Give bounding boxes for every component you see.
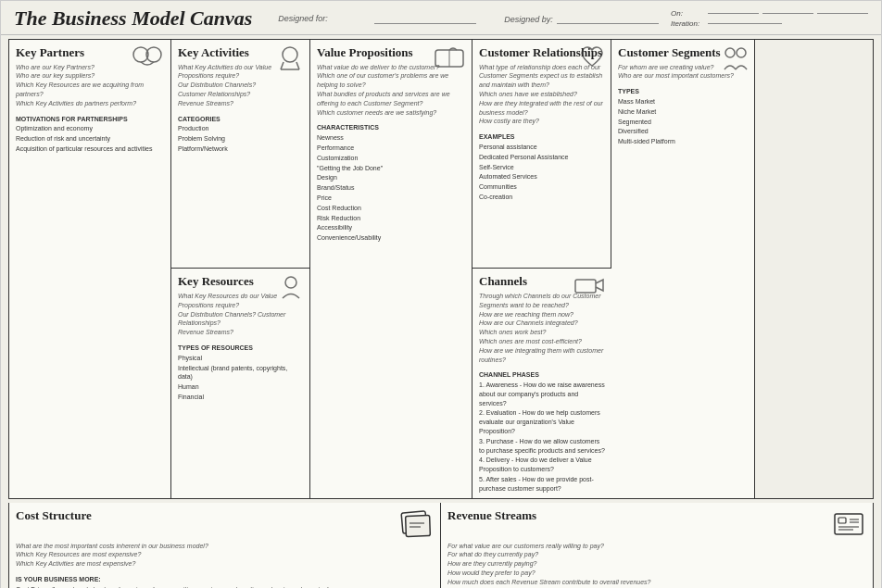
svg-rect-13	[406, 515, 431, 536]
header-fields: On: Iteration:	[671, 9, 868, 28]
key-activities-content: CATEGORIES Production Problem Solving Pl…	[178, 115, 303, 155]
channels-questions: Through which Channels do our Customer S…	[479, 292, 605, 364]
svg-rect-17	[838, 518, 846, 523]
svg-line-4	[296, 62, 299, 69]
value-props-content-10: Convenience/Usability	[317, 233, 465, 243]
svg-point-8	[725, 48, 735, 57]
customer-rel-content: EXAMPLES Personal assistance Dedicated P…	[479, 132, 604, 203]
channels-content-4: 5. After sales - How do we provide post-…	[479, 475, 605, 494]
value-props-content-3: "Getting the Job Done"	[317, 164, 465, 173]
key-resources-content-3: Financial	[178, 393, 303, 402]
cost-title: Cost Structure	[16, 508, 92, 523]
cost-questions: What are the most important costs inhere…	[16, 542, 434, 569]
customer-seg-content-2: Segmented	[618, 118, 748, 127]
value-props-content-7: Cost Reduction	[317, 204, 465, 213]
value-props-content-4: Design	[317, 173, 465, 182]
svg-point-2	[283, 47, 297, 62]
customer-seg-content-4: Multi-sided Platform	[618, 137, 748, 146]
bottom-section: Cost Structure What are the most importa…	[8, 503, 874, 588]
value-props-icon	[433, 45, 466, 77]
cell-key-activities: Key Activities What Key Activities do ou…	[171, 40, 310, 269]
channels-content-0: 1. Awareness - How do we raise awareness…	[479, 381, 605, 407]
svg-point-10	[285, 277, 296, 288]
value-props-content-9: Accessibility	[317, 223, 465, 232]
channels-content-2: 3. Purchase - How do we allow customers …	[479, 437, 605, 456]
value-props-characteristics-title: CHARACTERISTICS	[317, 123, 465, 132]
channels-icon	[573, 274, 606, 302]
key-partners-content-2: Acquisition of particular resources and …	[16, 144, 164, 154]
key-partners-motivation-title: MOTIVATIONS FOR PARTNERSHIPS	[16, 115, 164, 124]
customer-seg-types-title: TYPES	[618, 87, 748, 96]
cell-key-resources: Key Resources What Key Resources do our …	[171, 269, 310, 497]
key-resources-icon	[278, 274, 304, 306]
key-resources-types-title: TYPES OF RESOURCES	[178, 344, 303, 353]
key-activities-categories-title: CATEGORIES	[178, 115, 303, 124]
customer-rel-examples-title: EXAMPLES	[479, 132, 604, 142]
key-partners-content-0: Optimization and economy	[16, 124, 164, 133]
key-activities-content-2: Platform/Network	[178, 144, 303, 154]
customer-rel-content-4: Communities	[479, 182, 604, 192]
value-props-content-1: Performance	[317, 144, 465, 153]
key-resources-content-0: Physical	[178, 354, 303, 363]
value-props-content-5: Brand/Status	[317, 183, 465, 193]
customer-seg-content-3: Diversified	[618, 127, 748, 136]
customer-rel-content-3: Automated Services	[479, 172, 604, 181]
cell-channels: Channels Through which Channels do our C…	[472, 269, 611, 497]
cell-revenue-streams: Revenue Streams For what value are our c…	[441, 503, 873, 588]
key-partners-content: MOTIVATIONS FOR PARTNERSHIPS Optimizatio…	[16, 115, 164, 155]
svg-point-9	[737, 48, 746, 57]
header: The Business Model Canvas Designed for: …	[1, 1, 881, 35]
customer-rel-icon	[579, 45, 605, 75]
customer-seg-icon	[721, 45, 749, 77]
channels-content-1: 2. Evaluation - How do we help customers…	[479, 408, 605, 435]
value-props-content: CHARACTERISTICS Newness Performance Cust…	[317, 123, 465, 244]
value-props-content-0: Newness	[317, 133, 465, 143]
cost-content: IS YOUR BUSINESS MORE: Cost Driven (lean…	[16, 575, 434, 588]
svg-rect-16	[835, 514, 863, 534]
key-activities-icon	[276, 45, 304, 77]
page: The Business Model Canvas Designed for: …	[0, 0, 882, 588]
cell-value-propositions: Value Propositions What value do we deli…	[310, 40, 472, 498]
revenue-questions: For what value are our customers really …	[447, 542, 866, 587]
cost-is-title: IS YOUR BUSINESS MORE:	[16, 575, 434, 584]
svg-line-3	[281, 62, 284, 69]
customer-rel-content-1: Dedicated Personal Assistance	[479, 153, 604, 162]
cell-customer-segments: Customer Segments For whom are we creati…	[611, 40, 755, 498]
designed-by-label: Designed by:	[504, 15, 553, 24]
revenue-title: Revenue Streams	[447, 508, 536, 523]
customer-seg-content-1: Niche Market	[618, 107, 748, 117]
page-title: The Business Model Canvas	[14, 6, 252, 31]
canvas-body: Key Partners Who are our Key Partners? W…	[1, 35, 881, 588]
customer-rel-content-2: Self-Service	[479, 163, 604, 172]
key-partners-icon	[130, 45, 165, 77]
cell-key-partners: Key Partners Who are our Key Partners? W…	[9, 40, 171, 498]
cell-cost-structure: Cost Structure What are the most importa…	[9, 503, 441, 588]
designed-for-label: Designed for:	[278, 14, 371, 24]
channels-content-3: 4. Delivery - How do we deliver a Value …	[479, 456, 605, 474]
cell-customer-relationships: Customer Relationships What type of rela…	[472, 40, 611, 269]
revenue-icon	[831, 510, 866, 542]
key-activities-content-1: Problem Solving	[178, 134, 303, 144]
channels-phases-title: CHANNEL PHASES	[479, 370, 605, 380]
customer-rel-content-0: Personal assistance	[479, 143, 604, 152]
customer-rel-content-5: Co-creation	[479, 193, 604, 202]
top-section: Key Partners Who are our Key Partners? W…	[8, 39, 874, 499]
key-activities-content-0: Production	[178, 124, 303, 133]
channels-content: CHANNEL PHASES 1. Awareness - How do we …	[479, 370, 605, 494]
key-resources-content-2: Human	[178, 382, 303, 392]
key-partners-content-1: Reduction of risk and uncertainty	[16, 134, 164, 144]
iteration-label: Iteration:	[671, 19, 704, 28]
on-label: On:	[671, 9, 704, 18]
value-props-content-8: Risk Reduction	[317, 214, 465, 223]
value-props-content-2: Customization	[317, 154, 465, 163]
customer-seg-content-0: Mass Market	[618, 97, 748, 106]
customer-seg-content: TYPES Mass Market Niche Market Segmented…	[618, 87, 748, 147]
key-resources-content-1: Intellectual (brand patents, copyrights,…	[178, 364, 303, 382]
value-props-content-6: Price	[317, 194, 465, 203]
cost-icon	[398, 510, 434, 542]
svg-rect-11	[575, 280, 596, 293]
key-resources-content: TYPES OF RESOURCES Physical Intellectual…	[178, 344, 303, 403]
